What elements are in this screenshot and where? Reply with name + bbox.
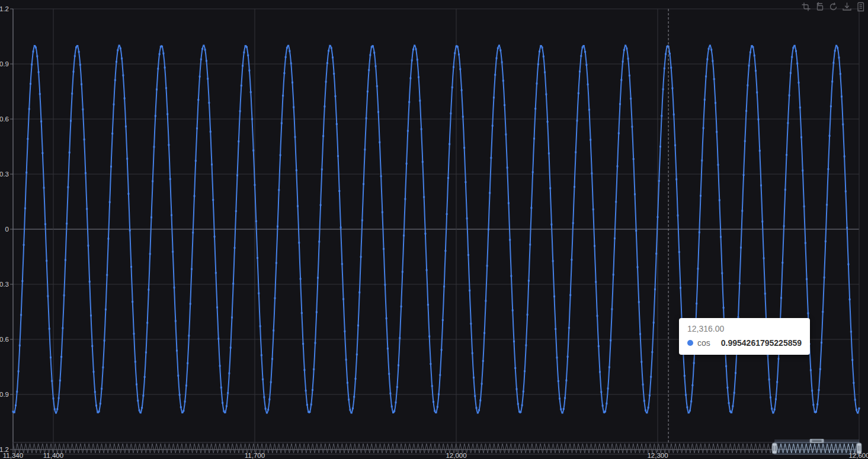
datazoom-minimap-wave <box>13 444 859 453</box>
x-axis-label: 11,340 <box>3 452 23 459</box>
cosine-line-chart[interactable]: 1.20.90.60.30-0.3-0.6-0.9-1.211,34011,40… <box>0 0 868 459</box>
x-axis-label: 11,400 <box>43 452 63 459</box>
datazoom-left-handle[interactable] <box>772 443 777 454</box>
tooltip-series-row: cos 0.9954261795225859 <box>687 337 802 349</box>
y-axis-label: 0.6 <box>0 115 9 123</box>
y-axis-label: 0.9 <box>0 60 9 68</box>
tooltip-x-value: 12,316.00 <box>687 323 802 335</box>
y-axis-label: 1.2 <box>0 5 9 12</box>
y-axis-label: -0.9 <box>0 391 9 398</box>
datazoom-move-grip[interactable] <box>810 439 824 443</box>
chart-container: 1.20.90.60.30-0.3-0.6-0.9-1.211,34011,40… <box>0 0 868 459</box>
save-image-icon[interactable] <box>842 2 852 12</box>
x-axis-label: 12,300 <box>647 452 668 459</box>
x-axis-label: 12,600 <box>848 452 868 459</box>
toolbox <box>801 2 866 12</box>
x-axis-label: 12,000 <box>446 452 466 459</box>
y-axis-label: -0.6 <box>0 336 9 343</box>
tooltip-series-value: 0.9954261795225859 <box>721 337 802 349</box>
zoom-reset-icon[interactable] <box>815 2 825 12</box>
y-axis-label: -0.3 <box>0 281 9 288</box>
data-view-icon[interactable] <box>856 2 866 12</box>
tooltip-series-name: cos <box>697 337 710 349</box>
zoom-select-icon[interactable] <box>801 2 811 12</box>
series-marker-icon <box>687 340 693 346</box>
x-axis-label: 11,700 <box>245 452 265 459</box>
y-axis-label: 0.3 <box>0 171 9 178</box>
restore-icon[interactable] <box>828 2 838 12</box>
tooltip: 12,316.00 cos 0.9954261795225859 <box>679 318 810 355</box>
y-axis-label: 0 <box>5 226 9 233</box>
